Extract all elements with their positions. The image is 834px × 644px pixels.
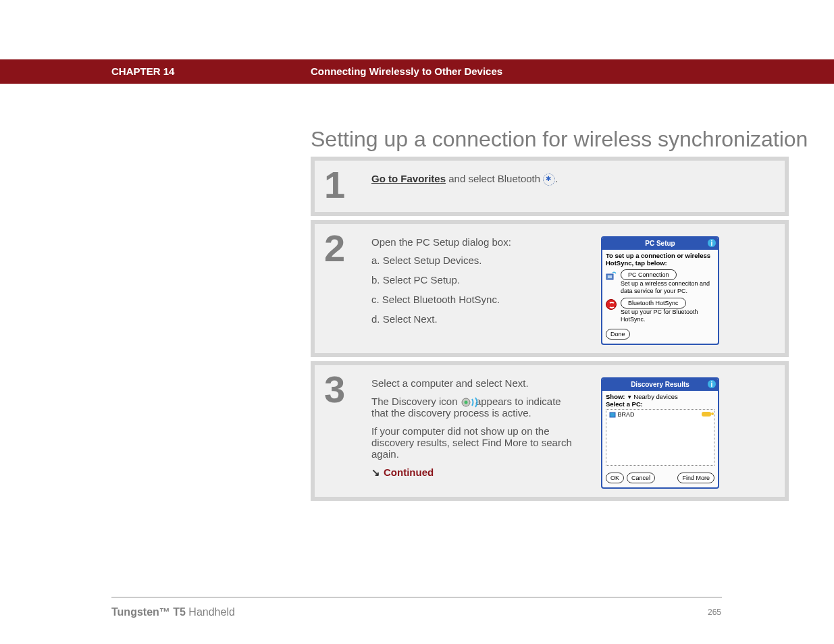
info-icon[interactable]: i (707, 379, 716, 389)
step-3: 3 Select a computer and select Next. The… (311, 361, 789, 501)
find-more-button[interactable]: Find More (677, 473, 714, 483)
palm-screen-pc-setup: PC Setup i To set up a connection or wir… (601, 236, 719, 345)
show-dropdown[interactable]: Nearby devices (627, 393, 678, 400)
step3-p2a: The Discovery icon (371, 396, 461, 407)
show-label: Show: (606, 393, 625, 400)
cancel-button[interactable]: Cancel (627, 473, 655, 483)
step2-text: Open the PC Setup dialog box: a. Select … (371, 236, 574, 333)
step1-period: . (555, 173, 558, 184)
header-bar: CHAPTER 14 Connecting Wirelessly to Othe… (0, 59, 834, 84)
page-heading: Setting up a connection for wireless syn… (311, 127, 808, 152)
hotsync-icon (606, 298, 618, 311)
footer-brand-strong: Tungsten™ T5 (111, 606, 186, 618)
select-pc-label: Select a PC: (606, 400, 714, 408)
continued-arrow-icon: ↘ (371, 466, 380, 479)
bluetooth-icon (543, 173, 555, 186)
bluetooth-hotsync-button[interactable]: Bluetooth HotSync (621, 298, 686, 308)
step-2: 2 Open the PC Setup dialog box: a. Selec… (311, 220, 789, 357)
discovery-icon (461, 398, 473, 407)
step2-d: d. Select Next. (371, 313, 574, 325)
pc-connection-icon (606, 269, 618, 283)
footer-page-number: 265 (708, 608, 721, 617)
svg-rect-4 (610, 412, 615, 417)
step2-intro: Open the PC Setup dialog box: (371, 236, 574, 248)
footer-brand-rest: Handheld (186, 606, 235, 618)
palm-screen-discovery: Discovery Results i Show: Nearby devices… (601, 377, 719, 489)
key-icon (702, 412, 711, 417)
bluetooth-hotsync-desc: Set up your PC for Bluetooth HotSync. (621, 308, 698, 323)
header-section-title: Connecting Wirelessly to Other Devices (311, 59, 502, 84)
svg-rect-1 (608, 275, 612, 278)
show-row: Show: Nearby devices (606, 393, 714, 400)
ok-button[interactable]: OK (606, 473, 624, 483)
continued-label: ↘Continued (371, 466, 574, 479)
list-item-label: BRAD (618, 411, 635, 418)
step-number: 2 (324, 230, 371, 267)
pc-list[interactable]: BRAD (606, 409, 714, 466)
step-body: Go to Favorites and select Bluetooth . (371, 169, 774, 192)
done-button[interactable]: Done (606, 329, 630, 340)
step1-text: and select Bluetooth (446, 173, 543, 184)
step2-a: a. Select Setup Devices. (371, 254, 574, 266)
list-item[interactable]: BRAD (609, 411, 711, 419)
pc-connection-button[interactable]: PC Connection (621, 269, 677, 280)
step-body: Open the PC Setup dialog box: a. Select … (371, 232, 774, 345)
step-1: 1 Go to Favorites and select Bluetooth . (311, 157, 789, 216)
step3-p3: If your computer did not show up on the … (371, 425, 574, 460)
steps-container: 1 Go to Favorites and select Bluetooth .… (311, 157, 789, 505)
info-icon[interactable]: i (707, 238, 716, 248)
step2-b: b. Select PC Setup. (371, 274, 574, 286)
palm-title: Discovery Results i (602, 379, 718, 391)
palm-body: To set up a connection or wireless HotSy… (602, 250, 718, 344)
pc-item-icon (609, 412, 616, 419)
palm-title-text: Discovery Results (631, 381, 689, 388)
footer-brand: Tungsten™ T5 Handheld (111, 606, 235, 618)
step-number: 1 (324, 166, 371, 204)
svg-point-3 (464, 401, 467, 404)
header-chapter: CHAPTER 14 (111, 59, 174, 84)
step-number: 3 (324, 371, 371, 408)
step3-p1: Select a computer and select Next. (371, 377, 574, 389)
palm-title-text: PC Setup (645, 240, 675, 247)
step3-text: Select a computer and select Next. The D… (371, 377, 574, 485)
palm-body: Show: Nearby devices Select a PC: BRAD (602, 391, 718, 487)
palm-title: PC Setup i (602, 238, 718, 250)
palm-heading: To set up a connection or wireless HotSy… (606, 252, 714, 267)
continued-text: Continued (384, 466, 434, 478)
footer-rule (111, 597, 722, 598)
pc-connection-desc: Set up a wireless conneciton and data se… (621, 280, 710, 294)
step2-c: c. Select Bluetooth HotSync. (371, 294, 574, 305)
favorites-link[interactable]: Go to Favorites (371, 173, 446, 184)
step-body: Select a computer and select Next. The D… (371, 373, 774, 489)
